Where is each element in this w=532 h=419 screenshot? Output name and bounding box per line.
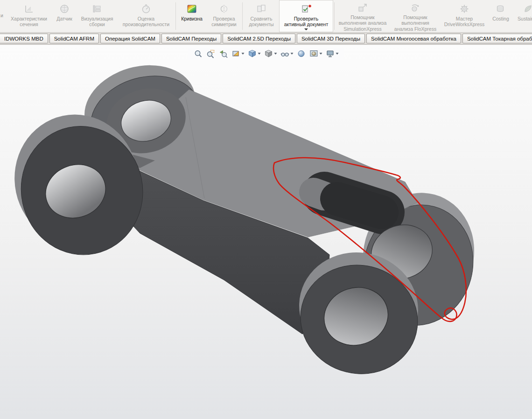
apply-scene-icon: [309, 49, 319, 58]
ribbon-button-floxpress[interactable]: Помощник выполнения анализа FloXpress: [390, 0, 441, 32]
ribbon-label: Sustainat: [518, 16, 532, 21]
ribbon-button-symmetry-check[interactable]: Проверка симметрии: [207, 0, 241, 32]
zoom-area-icon: [206, 49, 216, 58]
hud-button-view-settings[interactable]: [325, 49, 339, 59]
ribbon-button-simulationxpress[interactable]: Помощник выполнения анализа SimulationXp…: [336, 0, 390, 32]
ribbon-separator: [242, 2, 243, 30]
ribbon-label: Помощник выполнения анализа SimulationXp…: [339, 14, 387, 32]
ribbon-label: Характеристики сечения: [11, 16, 47, 28]
hud-button-zoom-area[interactable]: [206, 49, 216, 59]
view-orientation-icon: [248, 49, 257, 58]
ribbon-button-check-active-document[interactable]: Проверить активный документ: [279, 0, 333, 32]
chevron-down-icon: [291, 53, 294, 55]
ribbon-label: Проверка симметрии: [211, 16, 236, 28]
ribbon-button-cutoff[interactable]: и: [0, 0, 6, 32]
chevron-down-icon: [258, 53, 261, 55]
ribbon-button-cutoff-label: и: [0, 13, 3, 18]
zoom-fit-icon: [194, 49, 203, 58]
ribbon-button-performance-evaluation[interactable]: Оценка производительности: [118, 0, 175, 32]
driveworksxpress-icon: [459, 2, 470, 15]
chevron-down-icon: [274, 53, 277, 55]
chevron-down-icon: [320, 53, 322, 55]
tab-solidcam-operation[interactable]: Операция SolidCAM: [100, 34, 160, 43]
costing-icon: [495, 2, 506, 15]
ribbon-label: Мастер DriveWorksXpress: [444, 16, 485, 28]
ribbon-button-sensor[interactable]: Датчик: [52, 0, 77, 32]
ribbon-label: Проверить активный документ: [284, 16, 328, 28]
graphics-viewport[interactable]: [0, 45, 532, 419]
section-view-icon: [231, 49, 241, 58]
ribbon-button-compare-documents[interactable]: Сравнить документы: [244, 0, 279, 32]
ribbon-label: Сравнить документы: [249, 16, 273, 28]
chevron-down-icon: [304, 28, 308, 30]
ribbon-button-assembly-visualization[interactable]: Визуализация сборки: [77, 0, 118, 32]
previous-view-icon: [219, 49, 228, 58]
hud-button-view-orientation[interactable]: [247, 49, 261, 59]
ribbon-label: Оценка производительности: [123, 16, 169, 28]
hud-button-display-style[interactable]: [264, 49, 278, 59]
right-fork-slot: [314, 192, 383, 212]
ribbon-label: Кривизна: [181, 16, 203, 21]
ribbon-label: Помощник выполнения анализа FloXpress: [394, 14, 436, 32]
check-active-document-icon: [300, 2, 312, 15]
ribbon-toolbar: и Характеристики сечения Датчик Визуализ…: [0, 0, 532, 33]
view-settings-icon: [326, 49, 335, 58]
hud-button-apply-scene[interactable]: [309, 49, 323, 59]
hud-button-previous-view[interactable]: [218, 49, 229, 59]
tab-solidcam-turning[interactable]: SolidCAM Токарная обработка: [462, 34, 532, 43]
sensor-icon: [59, 2, 70, 15]
symmetry-check-icon: [218, 2, 230, 15]
tab-solidcam-afrm[interactable]: SolidCAM AFRM: [49, 34, 99, 43]
sustainability-icon: [522, 2, 532, 15]
performance-evaluation-icon: [140, 2, 152, 15]
tab-solidworks-mbd[interactable]: IDWORKS MBD: [0, 34, 48, 43]
heads-up-toolbar: [189, 48, 344, 60]
hud-button-section-view[interactable]: [231, 49, 245, 59]
ribbon-button-section-properties[interactable]: Характеристики сечения: [6, 0, 52, 32]
chevron-down-icon: [336, 53, 339, 55]
compare-documents-icon: [256, 2, 267, 15]
display-style-icon: [264, 49, 273, 58]
ribbon-separator: [334, 2, 335, 30]
chevron-down-icon: [242, 53, 245, 55]
hud-button-edit-appearance[interactable]: [296, 49, 307, 59]
ribbon-label: Визуализация сборки: [81, 16, 113, 28]
assembly-visualization-icon: [91, 2, 103, 15]
section-properties-icon: [23, 2, 35, 15]
ribbon-label: Датчик: [56, 16, 72, 21]
model-canvas: [0, 45, 532, 419]
ribbon-separator: [175, 2, 176, 30]
ribbon-button-driveworksxpress[interactable]: Мастер DriveWorksXpress: [441, 0, 488, 32]
tab-solidcam-3d[interactable]: SolidCAM 3D Переходы: [297, 34, 365, 43]
curvature-icon: [186, 2, 197, 15]
edit-appearance-icon: [297, 49, 306, 58]
hud-button-zoom-fit[interactable]: [193, 49, 203, 59]
command-tab-bar: IDWORKS MBD SolidCAM AFRM Операция Solid…: [0, 33, 532, 45]
simulationxpress-icon: [357, 2, 368, 14]
floxpress-icon: [410, 2, 421, 14]
tab-solidcam-transitions[interactable]: SolidCAM Переходы: [161, 34, 221, 43]
ribbon-button-costing[interactable]: Costing: [488, 0, 514, 32]
ribbon-button-sustainability[interactable]: Sustainat: [514, 0, 532, 32]
tab-solidcam-25d[interactable]: SolidCAM 2.5D Переходы: [223, 34, 295, 43]
hide-show-items-icon: [280, 49, 290, 58]
ribbon-label: Costing: [492, 16, 509, 21]
tab-solidcam-multiaxis[interactable]: SolidCAM Многоосевая обработка: [366, 34, 461, 43]
hud-button-hide-show-items[interactable]: [280, 49, 294, 59]
ribbon-button-curvature[interactable]: Кривизна: [177, 0, 207, 32]
